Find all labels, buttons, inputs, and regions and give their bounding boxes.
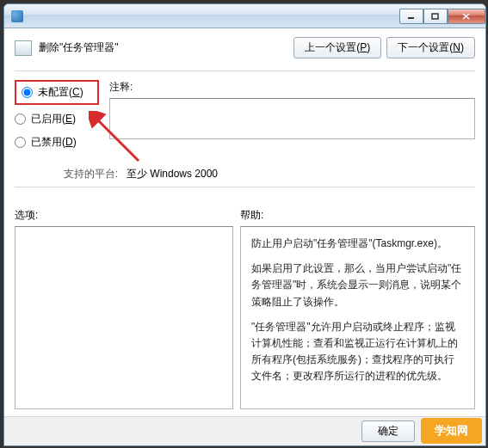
radio-enabled-input[interactable] — [15, 114, 26, 125]
titlebar-left — [11, 10, 23, 22]
help-p2: 如果启用了此设置，那么，当用户尝试启动"任务管理器"时，系统会显示一则消息，说明… — [251, 261, 464, 310]
header-left: 删除"任务管理器" — [15, 40, 119, 56]
support-label: 支持的平台: — [15, 167, 127, 181]
help-p1: 防止用户启动"任务管理器"(Taskmgr.exe)。 — [251, 236, 464, 252]
radio-disabled-input[interactable] — [15, 137, 26, 148]
radio-not-configured-input[interactable] — [22, 87, 33, 98]
minimize-button[interactable] — [399, 9, 423, 24]
radio-not-configured-label: 未配置(C) — [38, 85, 83, 100]
help-label: 帮助: — [240, 208, 263, 223]
prev-setting-button[interactable]: 上一个设置(P) — [293, 37, 381, 58]
policy-icon — [15, 40, 32, 56]
radio-enabled[interactable]: 已启用(E) — [15, 112, 99, 126]
maximize-button[interactable] — [423, 9, 448, 24]
divider — [15, 71, 475, 71]
radio-not-configured[interactable]: 未配置(C) — [22, 85, 92, 100]
radio-disabled[interactable]: 已禁用(D) — [15, 135, 99, 150]
options-panel — [15, 226, 233, 409]
radio-column: 未配置(C) 已启用(E) 已禁用(D) — [15, 80, 99, 158]
content-area: 删除"任务管理器" 上一个设置(P) 下一个设置(N) 未配置(C) 已启用(E… — [4, 28, 485, 416]
nav-buttons: 上一个设置(P) 下一个设置(N) — [293, 37, 475, 58]
support-row: 支持的平台: 至少 Windows 2000 — [15, 167, 475, 181]
header-row: 删除"任务管理器" 上一个设置(P) 下一个设置(N) — [15, 37, 475, 58]
comment-textarea[interactable] — [109, 98, 475, 139]
policy-editor-window: 删除"任务管理器" 上一个设置(P) 下一个设置(N) 未配置(C) 已启用(E… — [3, 3, 486, 446]
next-setting-button[interactable]: 下一个设置(N) — [386, 37, 475, 58]
help-text: 防止用户启动"任务管理器"(Taskmgr.exe)。 如果启用了此设置，那么，… — [251, 236, 464, 385]
highlight-box: 未配置(C) — [15, 80, 99, 105]
radio-disabled-label: 已禁用(D) — [31, 135, 77, 150]
app-icon — [11, 10, 23, 22]
support-value: 至少 Windows 2000 — [127, 167, 475, 181]
config-row: 未配置(C) 已启用(E) 已禁用(D) 注释: — [15, 80, 475, 158]
help-p3: "任务管理器"允许用户启动或终止程序；监视计算机性能；查看和监视正运行在计算机上… — [251, 319, 464, 385]
titlebar — [4, 4, 485, 28]
svg-rect-1 — [432, 14, 438, 19]
comment-area: 注释: — [109, 80, 475, 139]
divider2 — [15, 187, 475, 187]
section-labels: 选项: 帮助: — [15, 208, 475, 223]
radio-enabled-label: 已启用(E) — [31, 112, 76, 126]
watermark: 学知网 — [421, 418, 482, 444]
comment-label: 注释: — [109, 80, 475, 95]
window-controls — [399, 9, 485, 24]
policy-title: 删除"任务管理器" — [39, 40, 119, 55]
ok-button[interactable]: 确定 — [361, 420, 415, 442]
close-button[interactable] — [448, 9, 485, 24]
bottom-bar: 确定 取消 学知网 — [4, 416, 485, 445]
help-panel: 防止用户启动"任务管理器"(Taskmgr.exe)。 如果启用了此设置，那么，… — [240, 226, 475, 409]
panels: 防止用户启动"任务管理器"(Taskmgr.exe)。 如果启用了此设置，那么，… — [15, 226, 475, 409]
options-label: 选项: — [15, 208, 240, 223]
